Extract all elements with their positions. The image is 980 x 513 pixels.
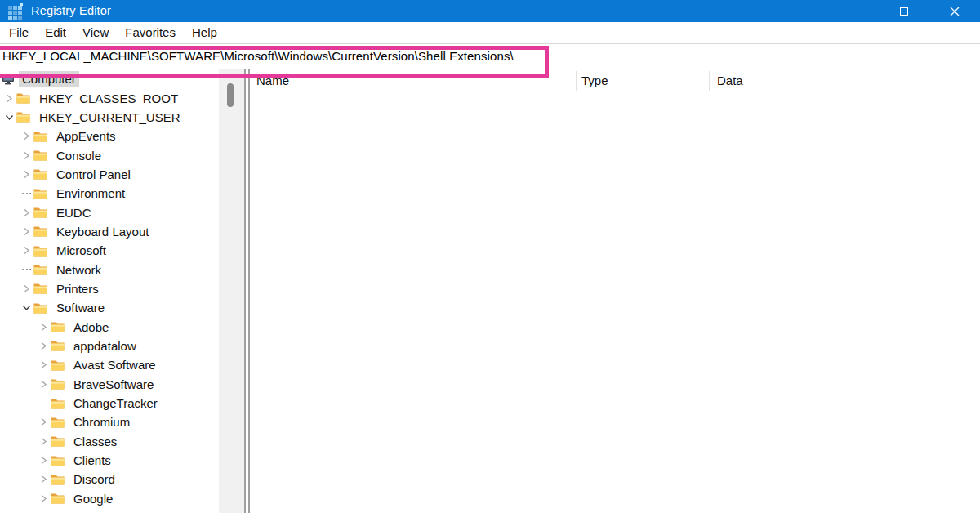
list-column-header: Name Type Data: [250, 69, 980, 92]
maximize-icon: [900, 7, 908, 16]
values-list-body: [250, 92, 980, 513]
chevron-right-icon[interactable]: [40, 437, 47, 446]
tree-item-label: Discord: [70, 471, 118, 487]
folder-icon: [51, 455, 65, 466]
chevron-right-icon[interactable]: [6, 94, 13, 103]
tree-item-label: Microsoft: [53, 243, 109, 258]
column-separator[interactable]: [576, 71, 577, 91]
folder-icon: [33, 188, 47, 199]
tree-connector-dots: [22, 269, 31, 270]
chevron-right-icon[interactable]: [23, 227, 30, 236]
folder-icon: [51, 340, 65, 351]
tree-item-classes[interactable]: Classes: [0, 432, 219, 451]
tree-item-console[interactable]: Console: [0, 145, 219, 164]
tree-item-adobe[interactable]: Adobe: [0, 317, 219, 336]
folder-icon: [33, 225, 47, 237]
folder-icon: [33, 283, 47, 294]
chevron-right-icon[interactable]: [40, 360, 47, 369]
column-header-type[interactable]: Type: [581, 74, 608, 87]
chevron-down-icon[interactable]: [5, 114, 14, 121]
chevron-right-icon[interactable]: [23, 132, 30, 141]
tree-item-keyboard-layout[interactable]: Keyboard Layout: [0, 222, 219, 241]
close-icon: [950, 7, 960, 16]
title-bar: Registry Editor: [0, 0, 980, 22]
tree-item-changetracker[interactable]: ChangeTracker: [0, 394, 219, 413]
tree-item-software[interactable]: Software: [0, 298, 219, 317]
panel-divider[interactable]: [244, 69, 250, 513]
chevron-right-icon[interactable]: [23, 208, 30, 217]
chevron-right-icon[interactable]: [40, 417, 47, 426]
column-header-data[interactable]: Data: [717, 74, 743, 87]
chevron-right-icon[interactable]: [40, 323, 47, 332]
folder-icon: [51, 378, 65, 390]
address-bar[interactable]: HKEY_LOCAL_MACHINE\SOFTWARE\Microsoft\Wi…: [0, 43, 980, 69]
tree-item-label: Clients: [70, 453, 114, 468]
tree-item-computer[interactable]: Computer: [0, 69, 219, 88]
chevron-right-icon[interactable]: [40, 456, 47, 465]
menu-item-edit[interactable]: Edit: [37, 22, 74, 43]
chevron-right-icon[interactable]: [40, 475, 47, 484]
maximize-button[interactable]: [879, 0, 929, 22]
tree-item-avast-software[interactable]: Avast Software: [0, 355, 219, 374]
chevron-right-icon[interactable]: [40, 341, 47, 350]
tree-item-label: HKEY_CURRENT_USER: [36, 109, 184, 125]
chevron-right-icon[interactable]: [23, 170, 30, 179]
tree-item-label: Keyboard Layout: [53, 224, 152, 239]
chevron-right-icon[interactable]: [23, 151, 30, 160]
tree-item-appevents[interactable]: AppEvents: [0, 127, 219, 145]
computer-icon: [2, 74, 16, 85]
tree-item-partial[interactable]: [0, 508, 219, 513]
menu-item-favorites[interactable]: Favorites: [117, 22, 184, 43]
tree-item-label: HKEY_CLASSES_ROOT: [36, 91, 181, 106]
tree-item-label: Google: [70, 491, 116, 506]
expander-placeholder: [36, 398, 51, 409]
folder-icon: [33, 207, 47, 218]
tree-item-clients[interactable]: Clients: [0, 451, 219, 470]
chevron-right-icon[interactable]: [23, 284, 30, 293]
tree-item-label: Software: [53, 300, 108, 315]
chevron-right-icon[interactable]: [23, 246, 30, 255]
chevron-right-icon[interactable]: [40, 494, 47, 503]
tree-item-environment[interactable]: Environment: [0, 184, 219, 203]
minimize-button[interactable]: [828, 0, 879, 22]
menu-item-file[interactable]: File: [1, 22, 37, 43]
window-controls: [828, 0, 980, 22]
tree-item-control-panel[interactable]: Control Panel: [0, 165, 219, 184]
tree-item-label: BraveSoftware: [70, 377, 157, 392]
chevron-right-icon[interactable]: [40, 380, 47, 389]
registry-tree-panel: ComputerHKEY_CLASSES_ROOTHKEY_CURRENT_US…: [0, 69, 219, 513]
registry-editor-app-icon: [8, 3, 24, 20]
chevron-down-icon[interactable]: [22, 304, 31, 311]
folder-icon: [51, 417, 65, 428]
folder-icon: [33, 302, 47, 314]
tree-item-eudc[interactable]: EUDC: [0, 203, 219, 221]
folder-icon: [33, 168, 47, 180]
tree-item-microsoft[interactable]: Microsoft: [0, 241, 219, 260]
tree-item-discord[interactable]: Discord: [0, 470, 219, 488]
tree-item-appdatalow[interactable]: appdatalow: [0, 337, 219, 355]
menu-item-view[interactable]: View: [74, 22, 117, 43]
column-separator[interactable]: [709, 71, 710, 91]
tree-item-printers[interactable]: Printers: [0, 279, 219, 298]
folder-icon: [33, 131, 47, 142]
tree-item-label: appdatalow: [70, 338, 140, 354]
column-header-name[interactable]: Name: [256, 74, 289, 87]
tree-item-network[interactable]: Network: [0, 260, 219, 279]
values-list-panel: Name Type Data: [250, 69, 980, 513]
tree-item-google[interactable]: Google: [0, 489, 219, 508]
window-title: Registry Editor: [31, 0, 111, 22]
tree-item-bravesoftware[interactable]: BraveSoftware: [0, 375, 219, 394]
tree-item-label: Console: [53, 148, 105, 163]
tree-item-label: Adobe: [70, 319, 112, 335]
tree-scrollbar-track[interactable]: [219, 69, 244, 513]
tree-scrollbar-thumb[interactable]: [227, 83, 234, 107]
close-button[interactable]: [929, 0, 980, 22]
tree-item-hkey-classes-root[interactable]: HKEY_CLASSES_ROOT: [0, 88, 219, 107]
tree-item-hkey-current-user[interactable]: HKEY_CURRENT_USER: [0, 108, 219, 127]
folder-icon: [33, 149, 47, 161]
tree-item-chromium[interactable]: Chromium: [0, 413, 219, 431]
folder-icon: [51, 398, 65, 409]
minimize-icon: [849, 11, 858, 11]
tree-item-label: ChangeTracker: [70, 395, 161, 411]
menu-item-help[interactable]: Help: [184, 22, 225, 43]
